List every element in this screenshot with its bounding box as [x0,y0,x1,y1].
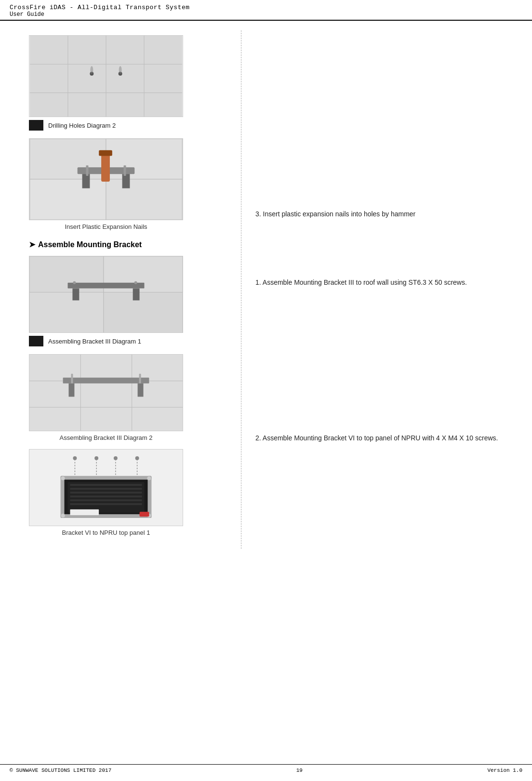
svg-rect-28 [72,288,79,300]
svg-rect-51 [61,476,152,479]
assemble-mounting-bracket-heading: ➤ Assemble Mounting Bracket [29,240,226,249]
drilling-holes-diagram2-block: Drilling Holes Diagram 2 [29,35,226,131]
assembling-bracket3-diag2-caption: Assembling Bracket III Diagram 2 [29,434,183,441]
assembling-bracket3-diag2-image [29,354,183,431]
svg-rect-29 [133,288,140,300]
column-divider [236,30,246,549]
bracket-vi-block: Bracket VI to NPRU top panel 1 [29,449,226,536]
insert-nails-caption: Insert Plastic Expansion Nails [29,223,183,230]
assembling-bracket3-diag1-text: Assembling Bracket III Diagram 1 [48,338,141,345]
drilling-holes-label-row: Drilling Holes Diagram 2 [29,120,226,131]
svg-rect-39 [138,383,144,397]
insert-nails-image [29,138,183,220]
svg-point-9 [119,66,122,74]
svg-rect-53 [147,476,151,517]
svg-rect-32 [29,355,183,431]
svg-rect-50 [70,503,142,505]
svg-point-56 [147,476,151,480]
svg-rect-68 [70,509,99,515]
svg-point-30 [73,281,76,284]
assemble2-svg [29,355,183,431]
drilling-holes-diagram2-image [29,35,183,117]
svg-rect-26 [104,292,183,332]
svg-rect-67 [140,512,149,516]
assembling-bracket3-diag1-square [29,336,43,346]
svg-point-63 [73,456,77,460]
svg-rect-38 [68,383,74,397]
svg-rect-37 [63,377,149,383]
footer-version: Version 1.0 [487,768,522,773]
insert-nails-diagram-block: Insert Plastic Expansion Nails [29,138,226,230]
bracket-vi-svg [29,450,183,526]
drilling-holes-label-square [29,120,43,131]
page-footer: © SUNWAVE SOLUTIONS LIMITED 2017 19 Vers… [0,764,532,776]
heading-arrow: ➤ [29,240,35,249]
instruction1: 3. Insert plastic expansion nails into h… [255,209,518,219]
page-content: Drilling Holes Diagram 2 [0,21,532,558]
drilling-holes-label-text: Drilling Holes Diagram 2 [48,122,116,129]
svg-rect-27 [68,282,145,288]
heading-text: Assemble Mounting Bracket [38,240,142,249]
svg-rect-45 [70,484,142,486]
svg-rect-25 [29,292,104,332]
assemble1-svg [29,256,183,333]
svg-rect-52 [61,476,65,517]
svg-point-66 [135,456,139,460]
right-column: 3. Insert plastic expansion nails into h… [246,30,532,549]
svg-point-64 [94,456,98,460]
svg-rect-49 [70,499,142,501]
footer-copyright: © SUNWAVE SOLUTIONS LIMITED 2017 [10,768,111,773]
header-title: CrossFire iDAS - All-Digital Transport S… [10,4,522,11]
instruction3: 2. Assemble Mounting Bracket VI to top p… [255,433,518,443]
assembling-bracket3-diag1-label-row: Assembling Bracket III Diagram 1 [29,336,226,346]
assembling-bracket3-diag2-block: Assembling Bracket III Diagram 2 [29,354,226,441]
svg-rect-47 [70,491,142,493]
assembling-bracket3-diag1-image [29,256,183,333]
svg-point-57 [61,514,65,517]
svg-rect-48 [70,495,142,497]
svg-rect-41 [139,373,141,383]
svg-point-55 [61,476,65,480]
svg-rect-16 [82,174,90,188]
assembling-bracket3-diag1-block: Assembling Bracket III Diagram 1 [29,256,226,346]
svg-rect-20 [86,165,88,176]
svg-rect-18 [101,153,110,182]
footer-page-number: 19 [296,768,303,773]
left-column: Drilling Holes Diagram 2 [0,30,236,549]
instruction2: 1. Assemble Mounting Bracket III to roof… [255,277,518,288]
svg-rect-14 [106,179,182,220]
svg-rect-40 [71,373,73,383]
bracket-vi-caption: Bracket VI to NPRU top panel 1 [29,529,183,536]
bracket-vi-image [29,449,183,526]
svg-point-31 [134,281,137,284]
svg-point-65 [114,456,118,460]
insert-nails-svg [29,139,183,220]
svg-point-8 [90,66,93,74]
svg-rect-17 [122,174,130,188]
divider-line [241,30,241,549]
drilling-holes-svg [29,36,183,117]
page-header: CrossFire iDAS - All-Digital Transport S… [0,0,532,21]
header-subtitle: User Guide [10,11,522,18]
svg-rect-46 [70,488,142,490]
svg-rect-19 [99,150,112,156]
svg-rect-21 [124,165,126,176]
svg-rect-13 [30,179,106,220]
